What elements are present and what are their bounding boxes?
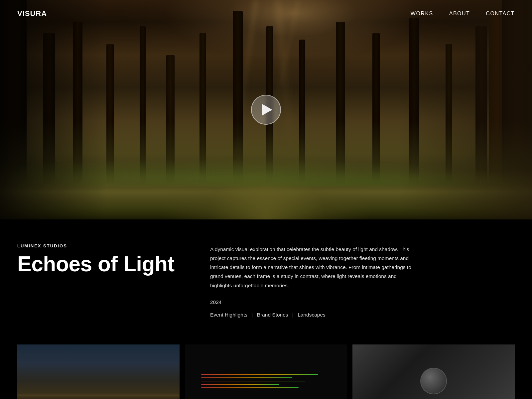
shadow-left (0, 0, 106, 219)
tag-separator-2: | (292, 312, 295, 318)
tag-separator-1: | (251, 312, 254, 318)
thumbnail-3-circle (420, 368, 447, 394)
tag-brand-stories[interactable]: Brand Stories (257, 312, 288, 318)
info-right: A dynamic visual exploration that celebr… (210, 243, 515, 318)
thumbnail-1-horizon (17, 395, 180, 396)
ui-lines (201, 374, 331, 388)
nav-works[interactable]: WORKS (411, 11, 433, 17)
info-section: LUMINEX STUDIOS Echoes of Light A dynami… (0, 219, 532, 344)
thumbnail-2[interactable] (185, 344, 347, 399)
tag-landscapes[interactable]: Landscapes (298, 312, 326, 318)
project-tags: Event Highlights | Brand Stories | Lands… (210, 312, 515, 318)
ui-line-1 (201, 374, 318, 375)
thumbnail-3-bg (352, 344, 515, 399)
nav-about[interactable]: ABOUT (449, 11, 470, 17)
play-icon (262, 104, 272, 116)
logo[interactable]: VISURA (17, 9, 47, 18)
project-description: A dynamic visual exploration that celebr… (210, 245, 416, 290)
thumbnails-section (0, 344, 532, 399)
thumbnail-1[interactable] (17, 344, 180, 399)
info-left: LUMINEX STUDIOS Echoes of Light (17, 243, 184, 275)
shadow-right (399, 0, 532, 219)
studio-name: LUMINEX STUDIOS (17, 243, 184, 248)
thumbnail-2-bg (185, 344, 347, 399)
ui-line-3 (201, 381, 305, 381)
ui-line-2 (201, 377, 292, 378)
play-button[interactable] (251, 95, 281, 125)
nav-contact[interactable]: CONTACT (486, 11, 515, 17)
thumbnail-1-bg (17, 344, 180, 399)
thumbnail-3[interactable] (352, 344, 515, 399)
project-year: 2024 (210, 299, 515, 305)
navigation: WORKS ABOUT CONTACT (411, 11, 515, 17)
tag-event-highlights[interactable]: Event Highlights (210, 312, 247, 318)
ui-line-4 (201, 384, 279, 385)
project-title: Echoes of Light (17, 253, 184, 275)
header: VISURA WORKS ABOUT CONTACT (0, 0, 532, 27)
hero-section (0, 0, 532, 219)
ui-line-5 (201, 387, 299, 388)
